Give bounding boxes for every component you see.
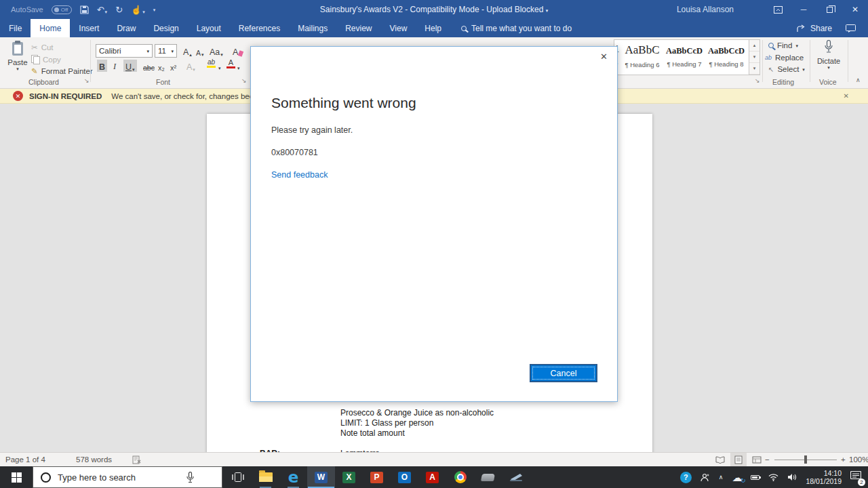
select-button[interactable]: ↖ Select ▾ (768, 65, 805, 73)
print-layout-button[interactable] (730, 453, 747, 466)
search-input[interactable] (58, 472, 186, 483)
taskbar-word-active[interactable]: W (307, 466, 335, 488)
zoom-slider-handle[interactable] (804, 455, 807, 464)
change-case-button[interactable]: Aa▾ (208, 45, 225, 57)
message-bar-close-icon[interactable]: ✕ (844, 92, 849, 100)
cancel-button[interactable]: Cancel (530, 364, 597, 382)
send-feedback-link[interactable]: Send feedback (271, 170, 328, 180)
collapse-ribbon-button[interactable]: ∧ (856, 77, 861, 83)
style-item-heading8[interactable]: AaBbCcD ¶ Heading 8 (705, 40, 747, 75)
close-button[interactable]: ✕ (842, 0, 868, 19)
people-tray-icon[interactable] (701, 473, 710, 482)
font-family-combo[interactable]: Calibri ▾ (96, 44, 153, 58)
subscript-button[interactable]: x₂ (156, 60, 167, 72)
format-painter-label: Format Painter (41, 67, 93, 75)
taskbar-acrobat[interactable]: A (418, 466, 446, 488)
text-effects-button[interactable]: A ▾ (184, 60, 197, 72)
taskbar-outlook[interactable]: O (391, 466, 418, 488)
page-count[interactable]: Page 1 of 4 (5, 453, 45, 466)
zoom-in-button[interactable]: + (841, 453, 846, 466)
highlight-color-bar (207, 66, 216, 68)
strikethrough-button[interactable]: abc (141, 60, 157, 72)
taskbar-excel[interactable]: X (335, 466, 363, 488)
start-button[interactable] (0, 466, 33, 488)
taskbar-gray-device[interactable] (474, 466, 502, 488)
dialog-close-icon[interactable]: ✕ (600, 52, 608, 62)
replace-button[interactable]: ab Replace (765, 54, 804, 62)
outlook-icon: O (398, 472, 411, 483)
tab-review[interactable]: Review (336, 19, 380, 37)
tab-design[interactable]: Design (144, 19, 187, 37)
copy-button[interactable]: Copy (31, 55, 61, 64)
cut-button[interactable]: ✂ Cut (31, 43, 54, 52)
battery-icon[interactable] (751, 475, 760, 480)
taskbar-edge[interactable]: e (279, 466, 307, 488)
ribbon-display-options-button[interactable] (765, 0, 791, 19)
font-color-button[interactable]: A (224, 58, 237, 70)
share-button[interactable]: Share (797, 24, 832, 33)
styles-scroll-down-icon[interactable]: ▾ (749, 52, 760, 63)
task-view-button[interactable] (224, 466, 252, 488)
tab-references[interactable]: References (230, 19, 289, 37)
dictate-button[interactable]: Dictate ▾ (814, 40, 844, 70)
shrink-font-icon: A (196, 49, 201, 57)
font-color-dropdown-icon[interactable]: ▾ (237, 66, 240, 70)
bold-icon: B (99, 62, 105, 72)
search-mic-icon[interactable] (186, 472, 194, 483)
action-center-button[interactable]: 2 (850, 471, 861, 483)
style-item-heading7[interactable]: AaBbCcD ¶ Heading 7 (663, 40, 705, 75)
tab-insert[interactable]: Insert (70, 19, 108, 37)
taskbar-scanner[interactable] (502, 466, 530, 488)
highlight-dropdown-icon[interactable]: ▾ (218, 66, 221, 70)
web-layout-button[interactable] (749, 453, 765, 466)
grow-font-button[interactable]: A▴ (181, 45, 194, 57)
zoom-out-button[interactable]: − (765, 453, 770, 466)
highlight-color-button[interactable]: ab (205, 58, 218, 70)
clipboard-dialog-launcher[interactable]: ↘ (84, 77, 90, 84)
bold-button[interactable]: B (97, 60, 107, 72)
paste-button[interactable]: Paste ▾ (6, 41, 29, 71)
taskbar-powerpoint[interactable]: P (363, 466, 391, 488)
tab-file[interactable]: File (0, 19, 31, 37)
account-user-name[interactable]: Louisa Allanson (677, 0, 734, 19)
tab-mailings[interactable]: Mailings (289, 19, 336, 37)
underline-button[interactable]: U ▾ (123, 60, 137, 72)
edge-icon: e (288, 470, 299, 485)
taskbar-search[interactable] (33, 466, 222, 488)
styles-dialog-launcher[interactable]: ↘ (755, 77, 760, 84)
tab-draw[interactable]: Draw (108, 19, 144, 37)
wifi-icon[interactable] (768, 474, 778, 481)
proofing-errors-icon[interactable] (132, 453, 142, 466)
minimize-button[interactable]: ─ (791, 0, 816, 19)
onedrive-icon[interactable]: ☁↻ (732, 472, 742, 483)
font-dialog-launcher[interactable]: ↘ (241, 77, 247, 84)
font-size-combo[interactable]: 11 ▾ (155, 44, 177, 58)
show-hidden-icons-chevron[interactable]: ∧ (719, 474, 724, 481)
tab-layout[interactable]: Layout (188, 19, 230, 37)
volume-icon[interactable] (787, 473, 797, 481)
styles-more-icon[interactable]: ▾ (749, 63, 760, 75)
shrink-font-button[interactable]: A▾ (194, 45, 206, 57)
styles-scroll-up-icon[interactable]: ▴ (749, 40, 760, 52)
superscript-button[interactable]: x² (168, 60, 178, 72)
zoom-level[interactable]: 100% (849, 453, 868, 466)
title-dropdown-icon[interactable]: ▾ (546, 8, 549, 13)
help-tray-icon[interactable]: ? (680, 472, 692, 483)
comments-icon[interactable] (846, 24, 856, 33)
clipboard-group-label: Clipboard (28, 78, 59, 86)
word-count[interactable]: 578 words (76, 453, 112, 466)
restore-button[interactable] (816, 0, 842, 19)
taskbar-file-explorer[interactable] (252, 466, 279, 488)
tab-view[interactable]: View (381, 19, 416, 37)
read-mode-button[interactable] (712, 453, 728, 466)
format-painter-button[interactable]: ✎ Format Painter (31, 66, 93, 76)
tab-home[interactable]: Home (31, 19, 70, 37)
tell-me-search[interactable]: Tell me what you want to do (461, 19, 572, 37)
taskbar-clock[interactable]: 14:10 18/01/2019 (806, 469, 842, 485)
italic-button[interactable]: I (111, 60, 118, 72)
clear-formatting-button[interactable]: A (231, 45, 245, 57)
style-item-heading6[interactable]: AaBbC ¶ Heading 6 (621, 40, 663, 75)
find-button[interactable]: Find ▾ (768, 41, 798, 49)
tab-help[interactable]: Help (416, 19, 450, 37)
taskbar-chrome[interactable] (446, 466, 474, 488)
